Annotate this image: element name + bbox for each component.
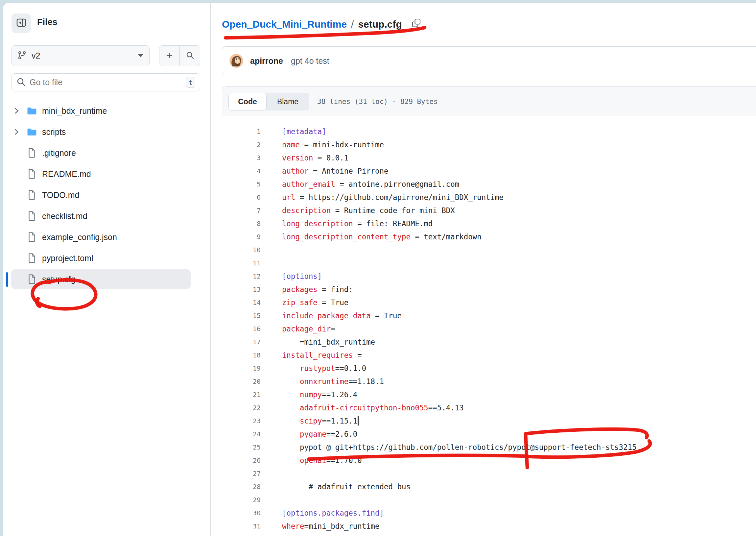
line-number[interactable]: 15 — [222, 309, 261, 322]
line-number[interactable]: 21 — [222, 388, 261, 401]
breadcrumb-repo-link[interactable]: Open_Duck_Mini_Runtime — [222, 19, 347, 30]
tree-item-checklist-md[interactable]: checklist.md — [7, 206, 204, 226]
add-file-button[interactable]: + — [159, 46, 180, 66]
line-content: long_description = file: README.md — [282, 217, 432, 230]
tree-actions: + — [159, 45, 200, 66]
search-tree-button[interactable] — [180, 46, 200, 66]
line-number[interactable]: 27 — [222, 467, 261, 480]
line-number[interactable]: 18 — [222, 349, 261, 362]
line-number[interactable]: 32 — [222, 533, 261, 536]
line-content: description = Runtime code for mini BDX — [282, 204, 455, 217]
line-number[interactable]: 2 — [222, 138, 261, 151]
file-tree: mini_bdx_runtime scripts — [7, 100, 204, 290]
line-number[interactable]: 31 — [222, 519, 261, 533]
collapse-sidebar-button[interactable] — [12, 14, 31, 33]
tree-item--gitignore[interactable]: .gitignore — [7, 142, 204, 163]
line-number[interactable]: 26 — [222, 454, 261, 467]
code-line: 8 long_description = file: README.md — [222, 217, 754, 230]
tree-item-label: TODO.md — [42, 190, 79, 200]
line-number[interactable]: 9 — [222, 230, 261, 243]
line-number[interactable]: 29 — [222, 493, 261, 506]
line-number[interactable]: 22 — [222, 401, 261, 414]
latest-commit-bar[interactable]: apirrone gpt 4o test — [222, 46, 756, 75]
file-icon — [27, 253, 37, 263]
tree-item-example-config-json[interactable]: example_config.json — [7, 226, 204, 248]
code-line: 18 install_requires = — [222, 349, 754, 362]
tree-item-readme-md[interactable]: README.md — [7, 163, 204, 184]
tree-item-setup-cfg[interactable]: setup.cfg — [7, 269, 204, 290]
tree-item-label: example_config.json — [42, 232, 117, 242]
line-content: name = mini-bdx-runtime — [282, 138, 384, 151]
line-number[interactable]: 6 — [222, 191, 261, 204]
tree-item-todo-md[interactable]: TODO.md — [7, 184, 204, 206]
line-content: author = Antoine Pirrone — [282, 164, 389, 178]
branch-name: v2 — [32, 51, 138, 60]
line-content: include_package_data = True — [282, 309, 402, 322]
line-number[interactable]: 3 — [222, 151, 261, 164]
tab-blame[interactable]: Blame — [267, 93, 309, 111]
code-line: 16 package_dir= — [222, 322, 754, 335]
line-number[interactable]: 24 — [222, 427, 261, 441]
folder-icon — [27, 128, 37, 136]
code-line: 32 — [222, 533, 754, 536]
line-number[interactable]: 14 — [222, 296, 261, 309]
code-line: 4 author = Antoine Pirrone — [222, 164, 754, 178]
breadcrumb-file-name: setup.cfg — [358, 19, 402, 30]
tree-item-label: pyproject.toml — [42, 253, 93, 263]
search-icon — [186, 51, 194, 61]
code-line: 25 pypot @ git+https://github.com/pollen… — [222, 441, 754, 454]
line-number[interactable]: 17 — [222, 335, 261, 349]
line-number[interactable]: 11 — [222, 256, 261, 270]
line-number[interactable]: 19 — [222, 362, 261, 375]
line-number[interactable]: 30 — [222, 506, 261, 519]
line-number[interactable]: 10 — [222, 243, 261, 256]
line-number[interactable]: 1 — [222, 125, 261, 138]
line-number[interactable]: 8 — [222, 217, 261, 230]
plus-icon: + — [166, 50, 173, 61]
line-number[interactable]: 28 — [222, 480, 261, 493]
line-number[interactable]: 25 — [222, 441, 261, 454]
commit-author[interactable]: apirrone — [250, 56, 283, 66]
code-line: 14 zip_safe = True — [222, 296, 754, 309]
tree-item-label: README.md — [42, 169, 91, 179]
line-number[interactable]: 16 — [222, 322, 261, 335]
line-number[interactable]: 12 — [222, 270, 261, 283]
avatar[interactable] — [230, 54, 243, 68]
line-content: pygame==2.6.0 — [282, 427, 357, 441]
code-line: 27 — [222, 467, 754, 480]
line-content: package_dir= — [282, 322, 335, 335]
tree-item-mini-bdx-runtime[interactable]: mini_bdx_runtime — [7, 100, 204, 121]
line-content: long_description_content_type = text/mar… — [282, 230, 482, 243]
code-line: 13 packages = find: — [222, 283, 754, 296]
line-content: author_email = antoine.pirrone@gmail.com — [282, 178, 459, 191]
line-number[interactable]: 4 — [222, 164, 261, 178]
code-line: 22 adafruit-circuitpython-bno055==5.4.13 — [222, 401, 754, 414]
tree-item-pyproject-toml[interactable]: pyproject.toml — [7, 248, 204, 269]
keyboard-shortcut-badge: t — [186, 77, 195, 88]
line-number[interactable]: 7 — [222, 204, 261, 217]
line-number[interactable]: 23 — [222, 414, 261, 427]
code-line: 19 rustypot==0.1.0 — [222, 362, 754, 375]
commit-message[interactable]: gpt 4o test — [291, 56, 330, 66]
code-lines: 1 [metadata] 2 name = mini-bdx-runtime 3… — [222, 125, 754, 536]
code-line: 15 include_package_data = True — [222, 309, 754, 322]
tree-item-scripts[interactable]: scripts — [7, 121, 204, 142]
line-content: # adafruit_extended_bus — [282, 480, 411, 493]
file-icon — [27, 169, 37, 179]
files-panel-title: Files — [37, 17, 57, 27]
line-number[interactable]: 13 — [222, 283, 261, 296]
line-number[interactable]: 5 — [222, 178, 261, 191]
code-line: 3 version = 0.0.1 — [222, 151, 754, 164]
tab-code[interactable]: Code — [229, 93, 267, 111]
tree-item-label: scripts — [42, 127, 66, 137]
line-content: pypot @ git+https://github.com/pollen-ro… — [282, 441, 636, 454]
chevron-down-icon — [138, 54, 143, 57]
copy-path-button[interactable] — [411, 18, 421, 28]
go-to-file-input[interactable] — [30, 78, 186, 87]
go-to-file-search: t — [12, 73, 200, 91]
code-header: Code Blame 38 lines (31 loc) · 829 Bytes — [222, 87, 756, 116]
line-number[interactable]: 20 — [222, 375, 261, 388]
line-content: version = 0.0.1 — [282, 151, 348, 164]
folder-icon — [27, 107, 37, 115]
branch-selector[interactable]: v2 — [12, 45, 149, 66]
